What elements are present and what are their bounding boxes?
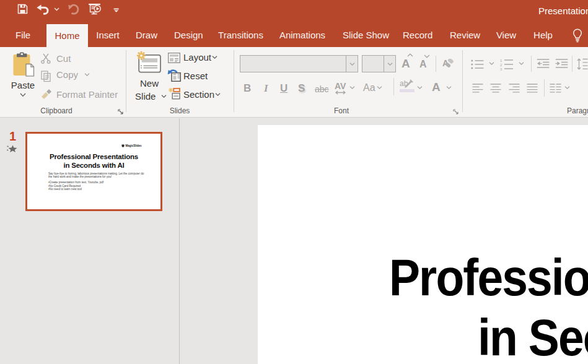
svg-text:2: 2 [500,63,502,67]
svg-text:3: 3 [500,67,502,71]
svg-text:1: 1 [500,59,502,63]
